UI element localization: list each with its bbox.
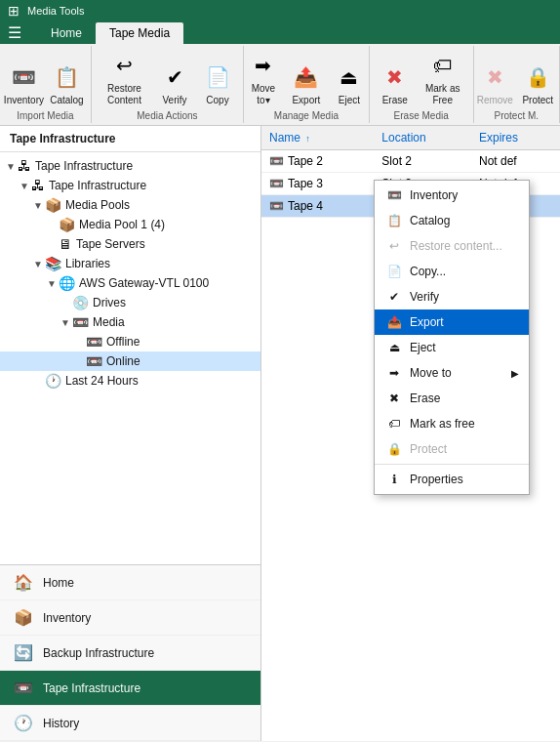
tree-item-offline[interactable]: 📼 Offline bbox=[0, 332, 260, 351]
ctx-markfree-icon: 🏷 bbox=[384, 416, 404, 432]
move-icon: ➡ bbox=[248, 50, 279, 81]
ribbon: 📼 Inventory 📋 Catalog Import Media ↩ Res… bbox=[0, 44, 560, 126]
nav-item-history[interactable]: 🕐 History bbox=[0, 706, 260, 741]
nav-item-tape-infra[interactable]: 📼 Tape Infrastructure bbox=[0, 671, 260, 706]
history-nav-label: History bbox=[43, 717, 79, 730]
main-container: Tape Infrastructure ▼ 🖧 Tape Infrastruct… bbox=[0, 126, 560, 741]
ribbon-btn-export[interactable]: 📤 Export bbox=[285, 60, 328, 108]
ctx-markfree[interactable]: 🏷 Mark as free bbox=[375, 411, 529, 436]
online-icon: 📼 bbox=[86, 353, 102, 369]
move-label: Move to▾ bbox=[248, 83, 279, 106]
tree-item-aws-gateway[interactable]: ▼ 🌐 AWS Gateway-VTL 0100 bbox=[0, 273, 260, 293]
tree-item-media[interactable]: ▼ 📼 Media bbox=[0, 312, 260, 332]
tab-home[interactable]: Home bbox=[37, 22, 96, 44]
ribbon-btn-catalog[interactable]: 📋 Catalog bbox=[45, 60, 88, 108]
tree-item-last24[interactable]: 🕐 Last 24 Hours bbox=[0, 371, 260, 391]
tree-item-tape-servers[interactable]: 🖥 Tape Servers bbox=[0, 234, 260, 254]
table-header-row: Name ↑ Location Expires bbox=[261, 126, 560, 150]
nav-item-home[interactable]: 🏠 Home bbox=[0, 565, 260, 600]
ribbon-btn-inventory[interactable]: 📼 Inventory bbox=[2, 60, 45, 108]
offline-label: Offline bbox=[106, 335, 140, 349]
tree-toggle[interactable]: ▼ bbox=[4, 161, 18, 172]
tree-item-tape-infra[interactable]: ▼ 🖧 Tape Infrastructure bbox=[0, 176, 260, 195]
nav-footer: 🏠 Home 📦 Inventory 🔄 Backup Infrastructu… bbox=[0, 564, 260, 741]
ribbon-btn-remove[interactable]: ✖ Remove bbox=[473, 60, 516, 108]
col-expires[interactable]: Expires bbox=[471, 126, 560, 150]
ctx-inventory[interactable]: 📼 Inventory bbox=[375, 183, 529, 208]
verify-icon: ✔ bbox=[159, 62, 190, 93]
protect-label: Protect bbox=[522, 95, 553, 106]
ctx-export[interactable]: 📤 Export bbox=[375, 309, 529, 335]
ribbon-btn-protect[interactable]: 🔒 Protect bbox=[516, 60, 559, 108]
ctx-eject[interactable]: ⏏ Eject bbox=[375, 335, 529, 360]
ctx-move[interactable]: ➡ Move to ▶ bbox=[375, 360, 529, 386]
tree-item-media-pools[interactable]: ▼ 📦 Media Pools bbox=[0, 195, 260, 215]
tree-toggle[interactable]: ▼ bbox=[59, 317, 72, 328]
tree-item-libraries[interactable]: ▼ 📚 Libraries bbox=[0, 254, 260, 273]
ribbon-group-media-actions: ↩ Restore Content ✔ Verify 📄 Copy Media … bbox=[92, 46, 244, 123]
context-menu: 📼 Inventory 📋 Catalog ↩ Restore content.… bbox=[374, 180, 530, 495]
ctx-verify-icon: ✔ bbox=[384, 289, 404, 305]
tree-toggle[interactable]: ▼ bbox=[45, 278, 59, 289]
libraries-label: Libraries bbox=[65, 257, 110, 270]
ctx-verify[interactable]: ✔ Verify bbox=[375, 284, 529, 309]
tape3-icon: 📼 bbox=[269, 177, 284, 190]
ctx-restore[interactable]: ↩ Restore content... bbox=[375, 233, 529, 259]
tree-item-drives[interactable]: 💿 Drives bbox=[0, 293, 260, 312]
tree-toggle[interactable]: ▼ bbox=[31, 259, 45, 269]
ctx-catalog[interactable]: 📋 Catalog bbox=[375, 208, 529, 233]
export-label: Export bbox=[292, 95, 320, 106]
tape2-name: 📼 Tape 2 bbox=[261, 150, 374, 173]
tape2-name-label: Tape 2 bbox=[288, 154, 323, 168]
catalog-label: Catalog bbox=[50, 95, 83, 106]
table-row[interactable]: 📼 Tape 2 Slot 2 Not def bbox=[261, 150, 560, 173]
tab-tape-media[interactable]: Tape Media bbox=[96, 22, 183, 44]
ctx-copy[interactable]: 📄 Copy... bbox=[375, 259, 529, 284]
col-name[interactable]: Name ↑ bbox=[261, 126, 374, 150]
menu-icon[interactable]: ☰ bbox=[8, 23, 21, 42]
erase-label: Erase bbox=[382, 95, 408, 106]
ribbon-btn-move[interactable]: ➡ Move to▾ bbox=[242, 48, 285, 108]
ribbon-btn-copy[interactable]: 📄 Copy bbox=[196, 60, 239, 108]
ctx-copy-icon: 📄 bbox=[384, 264, 404, 279]
ribbon-btn-verify[interactable]: ✔ Verify bbox=[153, 60, 196, 108]
tree-toggle[interactable]: ▼ bbox=[18, 181, 31, 191]
import-group-label: Import Media bbox=[4, 108, 87, 121]
tree-item-online[interactable]: 📼 Online bbox=[0, 351, 260, 371]
copy-icon: 📄 bbox=[202, 62, 233, 93]
ribbon-btn-markfree[interactable]: 🏷 Mark as Free bbox=[417, 48, 469, 108]
tree-toggle[interactable]: ▼ bbox=[31, 200, 45, 211]
app-icon: ⊞ bbox=[8, 3, 20, 19]
ctx-protect[interactable]: 🔒 Protect bbox=[375, 436, 529, 462]
tree-area[interactable]: ▼ 🖧 Tape Infrastructure ▼ 🖧 Tape Infrast… bbox=[0, 152, 260, 564]
erase-icon: ✖ bbox=[380, 62, 411, 93]
verify-label: Verify bbox=[163, 95, 187, 106]
drives-label: Drives bbox=[93, 296, 126, 309]
nav-item-inventory[interactable]: 📦 Inventory bbox=[0, 600, 260, 636]
protect-group-label: Protect M. bbox=[478, 108, 555, 121]
tree-item-tape-infra-root[interactable]: ▼ 🖧 Tape Infrastructure bbox=[0, 156, 260, 176]
remove-label: Remove bbox=[477, 95, 513, 106]
ribbon-btn-eject[interactable]: ⏏ Eject bbox=[328, 60, 371, 108]
ctx-catalog-label: Catalog bbox=[410, 214, 450, 227]
tape-servers-label: Tape Servers bbox=[76, 237, 145, 251]
libraries-icon: 📚 bbox=[45, 256, 61, 271]
ctx-erase[interactable]: ✖ Erase bbox=[375, 386, 529, 411]
tree-item-media-pool-1[interactable]: 📦 Media Pool 1 (4) bbox=[0, 215, 260, 234]
ribbon-btn-restore[interactable]: ↩ Restore Content bbox=[96, 48, 153, 108]
ctx-copy-label: Copy... bbox=[410, 265, 446, 278]
ctx-properties[interactable]: ℹ Properties bbox=[375, 467, 529, 492]
erase-group-label: Erase Media bbox=[374, 108, 469, 121]
ribbon-btn-erase[interactable]: ✖ Erase bbox=[374, 60, 417, 108]
media-pool-1-label: Media Pool 1 (4) bbox=[79, 218, 165, 231]
nav-item-backup-infra[interactable]: 🔄 Backup Infrastructure bbox=[0, 636, 260, 671]
media-icon: 📼 bbox=[72, 314, 89, 330]
ribbon-tabs: ☰ Home Tape Media bbox=[0, 21, 560, 44]
col-location[interactable]: Location bbox=[374, 126, 471, 150]
title-text: Media Tools bbox=[27, 5, 85, 17]
tree-toggle bbox=[45, 239, 59, 250]
eject-icon: ⏏ bbox=[334, 62, 365, 93]
ctx-separator bbox=[375, 464, 529, 465]
tape3-name-label: Tape 3 bbox=[288, 177, 323, 190]
ctx-restore-icon: ↩ bbox=[384, 238, 404, 254]
